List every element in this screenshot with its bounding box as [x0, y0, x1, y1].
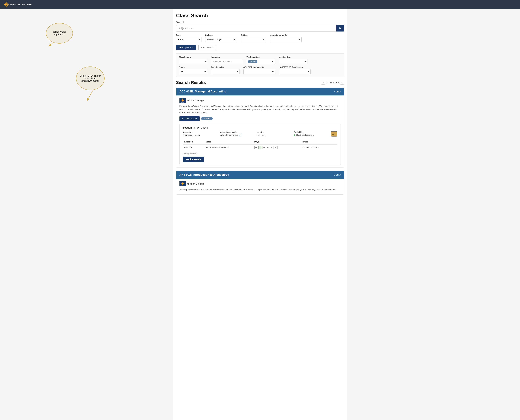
class-length-select[interactable] — [179, 59, 207, 64]
sections-btn-row-acc001b: ▲ Hide Sections 1 Section — [179, 116, 341, 121]
csu-ge-filter-group: CSU GE Requirements — [244, 66, 275, 74]
instructor-filter-label: Instructor — [211, 56, 243, 58]
svg-text:MISSION: MISSION — [181, 102, 184, 103]
more-options-label: More Options — [179, 46, 191, 49]
hide-sections-label: Hide Sections — [184, 118, 197, 120]
logo: MISSION COLLEGE — [4, 2, 32, 7]
transferability-filter-group: Transferability — [211, 66, 240, 74]
button-row: More Options ▼ Clear Search — [176, 45, 344, 50]
status-label: Status — [179, 66, 207, 68]
subject-filter-group: Subject — [241, 34, 266, 42]
search-icon — [339, 27, 342, 29]
pagination-next-button[interactable]: » — [340, 81, 344, 84]
site-header: MISSION COLLEGE — [0, 0, 520, 9]
more-options-row-2: Status All Transferability CSU GE Requir… — [179, 66, 341, 74]
svg-point-9 — [339, 27, 341, 29]
times-cell: 12:40PM - 2:45PM — [300, 144, 337, 150]
subject-label: Subject — [241, 34, 266, 36]
clear-search-button[interactable]: Clear Search — [198, 45, 216, 50]
triangle-up-icon: ▲ — [182, 118, 184, 120]
course-card-acc001b: ACC 001B: Managerial Accounting 4 units … — [176, 88, 344, 168]
chevron-down-icon: ▼ — [192, 46, 194, 49]
svg-line-6 — [7, 5, 8, 6]
college-logo-icon: MISSION — [179, 98, 186, 103]
callout-arrow-2 — [84, 88, 103, 104]
logo-icon — [4, 2, 9, 7]
college-name-acc001b: Mission College — [187, 99, 204, 102]
day-S: S — [274, 146, 278, 149]
instructional-mode-label: Instructional Mode — [270, 34, 302, 36]
transferability-label: Transferability — [211, 66, 240, 68]
meeting-schedule-link[interactable]: Meeting Schedule — [183, 152, 337, 155]
availability-label: Availability: — [294, 131, 328, 133]
search-button[interactable] — [336, 25, 344, 31]
svg-text:MISSION: MISSION — [181, 185, 184, 186]
search-label: Search — [176, 21, 344, 24]
csu-ge-label: CSU GE Requirements — [244, 66, 275, 68]
course-units-acc001b: 4 units — [334, 90, 341, 93]
instructional-mode-select[interactable] — [270, 37, 302, 42]
day-R: R — [266, 146, 270, 149]
info-icon[interactable]: i — [239, 134, 242, 136]
status-filter-group: Status All — [179, 66, 207, 74]
transferability-select[interactable] — [211, 69, 240, 74]
location-col-header: Location — [183, 139, 204, 144]
status-select[interactable]: All — [179, 69, 207, 74]
section-instructor-group: Instructor: Thompson, Teresa — [183, 131, 217, 136]
section-table: Location Dates Days Times ONLINE 08/26/2… — [183, 139, 337, 150]
section-detail-73944: Section / CRN: 73944 Instructor: Thompso… — [179, 124, 341, 165]
svg-point-0 — [5, 3, 7, 5]
svg-point-12 — [182, 99, 184, 101]
section-info-row: Instructor: Thompson, Teresa Instruction… — [183, 131, 337, 137]
course-header-ant002: ANT 002: Introduction to Archeology 3 un… — [176, 171, 344, 179]
more-options-button[interactable]: More Options ▼ — [176, 45, 197, 50]
more-options-section: Class Length Instructor Textbook Cost ZT… — [176, 53, 344, 77]
uc-igetc-filter-group: UC/IGETC GE Requirements — [279, 66, 311, 74]
svg-line-10 — [341, 29, 341, 29]
textbook-icon: $0 — [331, 131, 337, 137]
meeting-days-select[interactable] — [279, 59, 307, 64]
svg-point-23 — [182, 182, 184, 185]
instructor-search-input[interactable] — [211, 59, 243, 64]
mode-label: Instructional Mode: — [220, 131, 254, 133]
search-results-header: Search Results « 1 - 25 of 265 » — [176, 80, 344, 85]
day-badges: M T W R F S — [254, 146, 299, 149]
times-col-header: Times — [300, 139, 337, 144]
uc-igetc-select[interactable] — [279, 69, 311, 74]
section-length-group: Length: Full Term — [257, 131, 291, 136]
section-book-icon-group: $0 — [331, 131, 337, 137]
course-header-acc001b: ACC 001B: Managerial Accounting 4 units — [176, 88, 344, 96]
main-content: Class Search Search Term: Fall 2... Coll… — [173, 9, 347, 420]
search-input[interactable] — [176, 25, 336, 31]
section-details-button[interactable]: Section Details — [183, 157, 204, 162]
section-count-badge: 1 Section — [201, 117, 213, 120]
term-label: Term: — [176, 34, 201, 36]
day-W: W — [262, 146, 266, 149]
instructor-label: Instructor: — [183, 131, 217, 133]
subject-select[interactable] — [241, 37, 266, 42]
search-bar-row — [176, 25, 344, 31]
meeting-days-filter-group: Meeting Days — [279, 56, 307, 64]
ztc-ltc-badge: ZTC LTC — [248, 60, 257, 63]
table-row: ONLINE 08/26/2023 — 12/16/2023 M T W R F — [183, 144, 337, 150]
pagination-prev-button[interactable]: « — [321, 81, 325, 84]
chevron-down-icon: ▼ — [271, 60, 273, 63]
svg-text:$0: $0 — [332, 134, 334, 135]
pagination: « 1 - 25 of 265 » — [321, 81, 344, 84]
college-select[interactable]: Mission College — [205, 37, 237, 42]
day-M: M — [254, 146, 258, 149]
csu-ge-select[interactable] — [244, 69, 275, 74]
section-crn-73944: Section / CRN: 73944 — [183, 126, 337, 129]
svg-line-5 — [5, 3, 5, 3]
textbook-cost-select[interactable]: ZTC LTC ▼ — [247, 59, 275, 64]
callout-more-options: Select "more Options". — [46, 23, 73, 44]
course-body-acc001b: MISSION Mission College Prerequisite: AC… — [176, 96, 344, 167]
dates-cell: 08/26/2023 — 12/16/2023 — [204, 144, 253, 150]
svg-line-8 — [5, 5, 5, 6]
course-title-acc001b: ACC 001B: Managerial Accounting — [179, 90, 226, 93]
hide-sections-button[interactable]: ▲ Hide Sections — [179, 116, 199, 121]
term-select[interactable]: Fall 2... — [176, 37, 201, 42]
svg-line-7 — [7, 3, 8, 3]
pagination-count: 1 - 25 of 265 — [326, 81, 339, 84]
textbook-cost-label: Textbook Cost — [247, 56, 275, 58]
